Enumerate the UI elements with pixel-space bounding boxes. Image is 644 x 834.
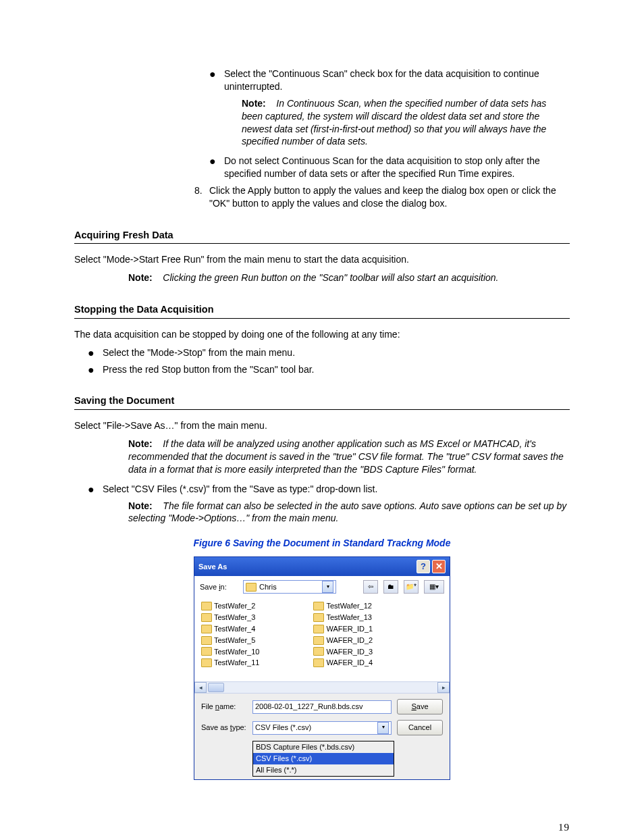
scroll-left-icon[interactable]: ◂: [194, 682, 207, 693]
views-icon[interactable]: ▦▾: [424, 580, 444, 594]
save-as-dialog: Save As ? ✕ Save in: Chris ▾ ⇦ 🖿 📁* ▦▾ T…: [194, 556, 450, 780]
list-item[interactable]: TestWafer_10: [201, 646, 259, 658]
list-item[interactable]: TestWafer_4: [201, 623, 259, 635]
folder-icon: [313, 636, 324, 645]
numbered-item: 8. Click the Apply button to apply the v…: [194, 184, 570, 210]
scroll-thumb[interactable]: [208, 683, 224, 692]
figure-caption: Figure 6 Saving the Document in Standard…: [74, 537, 570, 550]
file-name: WAFER_ID_1: [326, 624, 373, 634]
bullet-marker: ●: [88, 363, 103, 376]
section-heading: Saving the Document: [74, 394, 570, 410]
chevron-down-icon[interactable]: ▾: [322, 581, 333, 593]
folder-icon: [313, 625, 324, 633]
bullet-item: ● Press the red Stop button from the "Sc…: [88, 363, 570, 376]
page-number: 19: [74, 820, 570, 834]
note-label: Note:: [128, 500, 153, 511]
dropdown-option-selected[interactable]: CSV Files (*.csv): [253, 753, 394, 764]
bullet-marker: ●: [209, 68, 224, 93]
list-item[interactable]: WAFER_ID_3: [313, 646, 373, 658]
file-name: TestWafer_13: [326, 613, 371, 623]
note-block: Note: The file format can also be select…: [128, 500, 570, 525]
list-item[interactable]: WAFER_ID_4: [313, 657, 373, 669]
bullet-text: Select "CSV Files (*.csv)" from the "Sav…: [103, 483, 570, 496]
filename-input[interactable]: 2008-02-01_1227_Run8.bds.csv: [252, 700, 392, 714]
file-name: TestWafer_12: [326, 601, 371, 611]
note-block: Note: Clicking the green Run button on t…: [128, 271, 570, 284]
dialog-bottom-panel: File name: 2008-02-01_1227_Run8.bds.csv …: [194, 694, 450, 779]
bullet-text: Do not select Continuous Scan for the da…: [224, 155, 570, 180]
filename-label: File name:: [201, 702, 247, 712]
bullet-text: Select the "Continuous Scan" check box f…: [224, 68, 570, 93]
file-list[interactable]: TestWafer_2 TestWafer_3 TestWafer_4 Test…: [194, 598, 450, 681]
savetype-dropdown-list[interactable]: BDS Capture Files (*.bds.csv) CSV Files …: [252, 741, 394, 777]
list-item[interactable]: TestWafer_3: [201, 612, 259, 623]
save-in-value: Chris: [259, 582, 277, 592]
bullet-item: ● Select the "Mode->Stop" from the main …: [88, 346, 570, 359]
bullet-item: ● Do not select Continuous Scan for the …: [209, 155, 570, 180]
list-item[interactable]: TestWafer_2: [201, 600, 259, 612]
note-body: Clicking the green Run button on the "Sc…: [163, 272, 498, 283]
note-body: In Continuous Scan, when the specified n…: [242, 98, 546, 147]
bullet-marker: ●: [88, 483, 103, 496]
folder-open-icon: [246, 583, 257, 592]
save-in-row: Save in: Chris ▾ ⇦ 🖿 📁* ▦▾: [194, 576, 450, 598]
file-name: TestWafer_11: [214, 658, 259, 668]
help-button[interactable]: ?: [417, 560, 430, 573]
back-icon[interactable]: ⇦: [363, 580, 378, 594]
save-button[interactable]: Save: [397, 699, 443, 714]
dropdown-option[interactable]: BDS Capture Files (*.bds.csv): [253, 741, 394, 753]
list-item[interactable]: WAFER_ID_2: [313, 635, 373, 646]
cancel-button[interactable]: Cancel: [397, 720, 443, 735]
numbered-text: Click the Apply button to apply the valu…: [209, 184, 570, 210]
folder-icon: [201, 613, 212, 622]
body-text: Select "Mode->Start Free Run" from the m…: [74, 253, 570, 266]
folder-icon: [313, 658, 324, 667]
list-item[interactable]: TestWafer_5: [201, 635, 259, 646]
body-text: Select "File->Save As…" from the main me…: [74, 419, 570, 432]
bullet-item: ● Select "CSV Files (*.csv)" from the "S…: [88, 483, 570, 496]
note-label: Note:: [128, 272, 153, 283]
file-name: TestWafer_10: [214, 647, 259, 657]
file-name: WAFER_ID_4: [326, 658, 373, 668]
list-item[interactable]: TestWafer_11: [201, 657, 259, 669]
folder-icon: [313, 647, 324, 656]
note-block: Note: If the data will be analyzed using…: [128, 438, 570, 476]
list-item[interactable]: TestWafer_13: [313, 612, 373, 623]
list-item[interactable]: TestWafer_12: [313, 600, 373, 612]
file-name: WAFER_ID_3: [326, 647, 373, 657]
scroll-right-icon[interactable]: ▸: [437, 682, 450, 693]
section-heading: Acquiring Fresh Data: [74, 229, 570, 244]
bullet-text: Select the "Mode->Stop" from the main me…: [103, 346, 570, 359]
file-name: TestWafer_3: [214, 613, 255, 623]
savetype-label: Save as type:: [201, 723, 247, 733]
dropdown-option[interactable]: All Files (*.*): [253, 764, 394, 776]
dialog-title: Save As: [198, 562, 414, 572]
note-block: Note: In Continuous Scan, when the speci…: [242, 97, 570, 149]
section-heading: Stopping the Data Acquisition: [74, 303, 570, 319]
savetype-value: CSV Files (*.csv): [255, 723, 311, 733]
save-in-combo[interactable]: Chris ▾: [243, 580, 336, 594]
number-marker: 8.: [194, 184, 209, 210]
file-name: TestWafer_2: [214, 601, 255, 611]
note-label: Note:: [242, 98, 266, 109]
bullet-item: ● Select the "Continuous Scan" check box…: [209, 68, 570, 93]
folder-icon: [313, 602, 324, 610]
note-body: If the data will be analyzed using anoth…: [128, 438, 564, 475]
up-folder-icon[interactable]: 🖿: [383, 580, 398, 594]
new-folder-icon[interactable]: 📁*: [404, 580, 419, 594]
horizontal-scrollbar[interactable]: ◂ ▸: [194, 681, 450, 694]
savetype-combo[interactable]: CSV Files (*.csv) ▾: [252, 721, 392, 735]
close-button[interactable]: ✕: [432, 560, 446, 573]
save-in-label: Save in:: [200, 582, 239, 592]
folder-icon: [313, 613, 324, 622]
folder-icon: [201, 636, 212, 645]
bullet-marker: ●: [88, 346, 103, 359]
file-name: WAFER_ID_2: [326, 635, 373, 646]
bullet-text: Press the red Stop button from the "Scan…: [103, 363, 570, 376]
list-item[interactable]: WAFER_ID_1: [313, 623, 373, 635]
folder-icon: [201, 625, 212, 633]
folder-icon: [201, 647, 212, 656]
chevron-down-icon[interactable]: ▾: [377, 722, 389, 734]
body-text: The data acquisition can be stopped by d…: [74, 328, 570, 341]
dialog-titlebar: Save As ? ✕: [194, 557, 450, 576]
